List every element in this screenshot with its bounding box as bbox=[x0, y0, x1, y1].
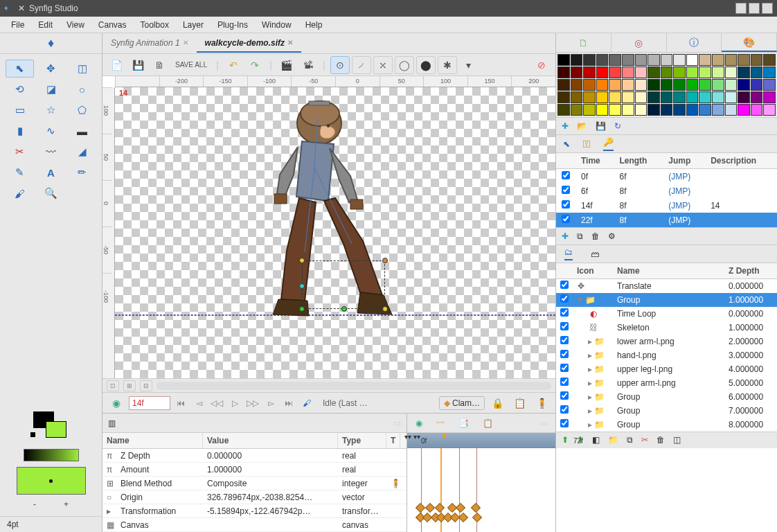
keyframe-row[interactable]: 0f6f(JMP) bbox=[556, 169, 777, 184]
layer-encap-button[interactable]: ◫ bbox=[673, 435, 681, 445]
spline-tool[interactable]: ∿ bbox=[37, 122, 65, 140]
palette-color[interactable] bbox=[686, 54, 699, 66]
timeline-tab-4-icon[interactable]: 📋 bbox=[483, 418, 493, 428]
timeline-tab-1-icon[interactable]: ◉ bbox=[416, 418, 422, 428]
palette-color[interactable] bbox=[571, 54, 583, 66]
palette-color[interactable] bbox=[673, 104, 686, 116]
timeline-ruler[interactable]: ▾▾ ▾▾ ▼ 0f 72f bbox=[407, 433, 555, 448]
zoom-tool[interactable]: 🔍 bbox=[37, 184, 65, 202]
polygon-tool[interactable]: ⬠ bbox=[68, 101, 96, 119]
handle-bm[interactable] bbox=[341, 306, 347, 312]
palette-color[interactable] bbox=[622, 66, 634, 78]
seek-last-button[interactable]: ⏭ bbox=[281, 398, 296, 408]
seek-prev-kf-button[interactable]: ◅ bbox=[191, 398, 206, 408]
eyedropper-tool[interactable]: ✎ bbox=[6, 163, 34, 181]
layer-up-button[interactable]: ⬆ bbox=[562, 435, 569, 445]
palette-color[interactable] bbox=[686, 104, 699, 116]
palette-color[interactable] bbox=[738, 66, 750, 78]
timeline-body[interactable] bbox=[407, 448, 555, 532]
expand-icon[interactable]: ▸ bbox=[588, 364, 592, 374]
layer-visible-checkbox[interactable] bbox=[560, 405, 569, 414]
palette-color[interactable] bbox=[699, 66, 711, 78]
palette-color[interactable] bbox=[648, 79, 660, 91]
palette-color[interactable] bbox=[673, 66, 686, 78]
handle-ml[interactable] bbox=[299, 283, 305, 289]
mirror-tool[interactable]: ◪ bbox=[37, 80, 65, 98]
swap-colors-icon[interactable] bbox=[30, 432, 35, 437]
palette-color[interactable] bbox=[673, 54, 686, 66]
save-palette-button[interactable]: 💾 bbox=[596, 121, 606, 131]
keyframe-enable-checkbox[interactable] bbox=[562, 200, 570, 209]
smooth-move-tool[interactable]: ✥ bbox=[37, 60, 65, 78]
layer-row[interactable]: ▼📁 Group1.000000 bbox=[556, 293, 777, 307]
keyframe-row[interactable]: 14f8f(JMP)14 bbox=[556, 198, 777, 213]
kf-props-button[interactable]: ⚙ bbox=[608, 231, 616, 241]
menu-toolbox[interactable]: Toolbox bbox=[134, 18, 176, 32]
palette-color[interactable] bbox=[712, 66, 724, 78]
palette-color[interactable] bbox=[738, 79, 750, 91]
animate-mode-button[interactable]: 🧍 bbox=[532, 394, 551, 412]
palette-color[interactable] bbox=[571, 104, 583, 116]
palette-color[interactable] bbox=[712, 91, 724, 103]
layer-row[interactable]: ▸📁 upper leg-l.png4.000000 bbox=[556, 362, 777, 376]
palette-color[interactable] bbox=[635, 91, 648, 103]
timeline-tab-2-icon[interactable]: 〰 bbox=[436, 418, 445, 428]
copy-button[interactable]: 📋 bbox=[510, 394, 529, 412]
palette-color[interactable] bbox=[596, 91, 609, 103]
kf-tab-key2-icon[interactable]: 🔑 bbox=[603, 137, 614, 151]
param-row[interactable]: ○Origin 326.789674px,-2038.8254…vector bbox=[102, 490, 407, 504]
panel-drag-handle[interactable]: ▭ bbox=[393, 418, 401, 428]
palette-color[interactable] bbox=[686, 66, 699, 78]
draw-tool[interactable]: 〰 bbox=[37, 143, 65, 161]
layer-row[interactable]: ▸📁 lower arm-l.png2.000000 bbox=[556, 335, 777, 348]
palette-color[interactable] bbox=[571, 79, 583, 91]
gradient-tool[interactable]: ▮ bbox=[6, 122, 34, 140]
kf-tab-key-icon[interactable]: ⚿ bbox=[582, 139, 591, 149]
palette-color[interactable] bbox=[557, 91, 570, 103]
seek-next-kf-button[interactable]: ▻ bbox=[263, 398, 278, 408]
gradient-preview[interactable] bbox=[24, 449, 79, 461]
layer-row[interactable]: ▸📁 Group6.000000 bbox=[556, 390, 777, 404]
seek-first-button[interactable]: ⏮ bbox=[173, 398, 188, 408]
layer-row[interactable]: ▸📁 upper arm-l.png5.000000 bbox=[556, 376, 777, 390]
load-palette-button[interactable]: 📂 bbox=[577, 121, 587, 131]
horizontal-scrollbar[interactable] bbox=[157, 382, 551, 390]
layer-row[interactable]: ▸📁 Group7.000000 bbox=[556, 404, 777, 418]
timeline-cursor-icon[interactable]: ▼ bbox=[440, 432, 448, 440]
palette-color[interactable] bbox=[648, 104, 660, 116]
minimize-button[interactable]: — bbox=[735, 3, 747, 14]
menu-edit[interactable]: Edit bbox=[31, 18, 60, 32]
save-button[interactable]: 💾 bbox=[128, 56, 148, 74]
transform-tool[interactable]: ⬉ bbox=[6, 60, 34, 78]
save-all-button[interactable]: SAVE ALL bbox=[171, 56, 211, 74]
palette-color[interactable] bbox=[661, 91, 673, 103]
close-icon-small[interactable]: ✕ bbox=[18, 3, 25, 13]
increase-button[interactable]: + bbox=[64, 499, 69, 509]
bucket-tool[interactable]: ▬ bbox=[68, 122, 96, 140]
seek-next-frame-button[interactable]: ▷▷ bbox=[245, 398, 260, 408]
del-keyframe-button[interactable]: 🗑 bbox=[591, 231, 600, 241]
handle-tr[interactable] bbox=[382, 258, 388, 263]
palette-color[interactable] bbox=[622, 54, 634, 66]
layer-visible-checkbox[interactable] bbox=[560, 364, 569, 372]
palette-color[interactable] bbox=[725, 54, 738, 66]
palette-color[interactable] bbox=[699, 54, 711, 66]
expand-icon[interactable]: ▸ bbox=[588, 351, 592, 360]
circle-tool[interactable]: ○ bbox=[68, 80, 96, 98]
palette-color[interactable] bbox=[738, 104, 750, 116]
panel-drag-handle[interactable]: ▭ bbox=[539, 418, 547, 428]
palette-color[interactable] bbox=[609, 79, 621, 91]
menu-file[interactable]: File bbox=[4, 18, 31, 32]
palette-color[interactable] bbox=[648, 54, 660, 66]
handle-tl[interactable] bbox=[299, 258, 305, 263]
add-keyframe-button[interactable]: ✚ bbox=[562, 231, 569, 241]
palette-color[interactable] bbox=[635, 79, 648, 91]
palette-color[interactable] bbox=[699, 104, 711, 116]
layer-visible-checkbox[interactable] bbox=[560, 350, 569, 358]
palette-color[interactable] bbox=[751, 54, 763, 66]
palette-color[interactable] bbox=[596, 66, 609, 78]
maximize-button[interactable]: □ bbox=[749, 3, 760, 14]
decrease-button[interactable]: - bbox=[33, 499, 36, 509]
add-color-button[interactable]: ✚ bbox=[562, 121, 569, 131]
palette-color[interactable] bbox=[661, 54, 673, 66]
